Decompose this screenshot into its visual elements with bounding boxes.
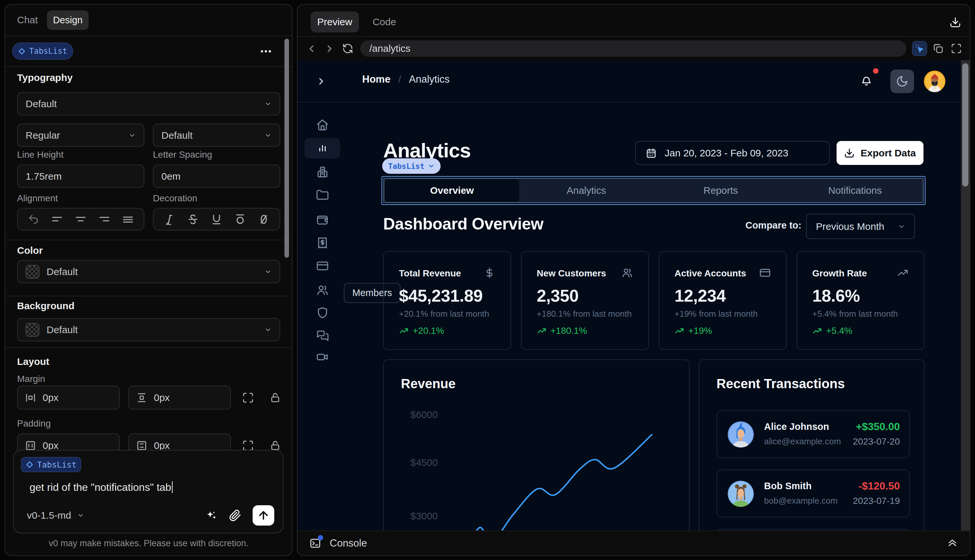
sidebar-item-receipt[interactable] xyxy=(304,233,340,253)
tab-design[interactable]: Design xyxy=(47,10,88,30)
color-select[interactable]: Default xyxy=(17,260,280,283)
letter-spacing-input[interactable]: 0em xyxy=(153,165,280,188)
padding-x-icon xyxy=(25,440,36,451)
tab-chat[interactable]: Chat xyxy=(17,15,38,25)
wallet-icon xyxy=(316,213,329,226)
panel-scrollbar[interactable] xyxy=(284,39,289,258)
line-height-input[interactable]: 1.75rem xyxy=(17,165,144,188)
stat-card: Total Revenue$45,231.89+20.1% from last … xyxy=(383,251,511,350)
sidebar-item-home[interactable] xyxy=(304,115,340,135)
design-select-tool[interactable] xyxy=(912,41,927,56)
send-button[interactable] xyxy=(253,505,274,525)
dashboard-tabs: Overview Analytics Reports Notifications xyxy=(383,178,924,203)
sparkles-icon[interactable] xyxy=(205,509,218,522)
sidebar-item-shield[interactable] xyxy=(304,303,340,323)
transaction-row[interactable]: Bob Smith bob@example.com -$120.50 2023-… xyxy=(716,470,910,517)
sidebar-item-video[interactable] xyxy=(304,347,340,367)
align-justify-icon[interactable] xyxy=(122,213,134,225)
composer-component-chip[interactable]: TabsList xyxy=(21,457,81,472)
chat-composer[interactable]: TabsList get rid of the "notifications" … xyxy=(13,450,284,533)
chevron-down-icon xyxy=(428,163,435,170)
sidebar-item-folder[interactable] xyxy=(304,185,340,205)
underline-icon[interactable] xyxy=(210,213,222,225)
copy-button[interactable] xyxy=(931,41,946,56)
user-avatar[interactable] xyxy=(924,70,945,92)
console-bar[interactable]: Console xyxy=(297,530,970,555)
align-center-icon[interactable] xyxy=(75,213,87,225)
video-icon xyxy=(316,350,329,363)
margin-y-input[interactable]: 0px xyxy=(128,385,231,410)
tab-analytics[interactable]: Analytics xyxy=(519,179,654,202)
preview-scrollbar[interactable] xyxy=(961,60,970,532)
back-button[interactable] xyxy=(302,43,321,54)
app-topbar: Home / Analytics xyxy=(297,60,970,103)
align-right-icon[interactable] xyxy=(99,213,110,225)
breadcrumb-home[interactable]: Home xyxy=(362,73,391,85)
stat-trend: +20.1% xyxy=(413,325,444,336)
refresh-button[interactable] xyxy=(339,43,357,54)
preview-scrollbar-thumb[interactable] xyxy=(962,63,968,187)
tab-reports[interactable]: Reports xyxy=(653,179,788,202)
font-size-select[interactable]: Default xyxy=(153,123,280,147)
messages-icon xyxy=(316,329,329,342)
tab-preview[interactable]: Preview xyxy=(311,12,359,32)
strikethrough-icon[interactable] xyxy=(187,213,199,225)
background-select[interactable]: Default xyxy=(17,318,280,341)
console-expand-button[interactable] xyxy=(947,538,958,549)
forward-button[interactable] xyxy=(321,43,339,54)
chevron-right-icon xyxy=(324,43,335,54)
tab-code[interactable]: Code xyxy=(373,17,396,28)
compare-select[interactable]: Previous Month xyxy=(806,214,915,239)
letter-spacing-label: Letter Spacing xyxy=(153,150,280,160)
paperclip-icon[interactable] xyxy=(229,509,242,522)
tab-notifications[interactable]: Notifications xyxy=(788,179,923,202)
layout-heading: Layout xyxy=(17,356,280,367)
selection-label[interactable]: TabsList xyxy=(382,158,441,174)
margin-x-icon xyxy=(25,392,36,403)
browser-toolbar: /analytics xyxy=(297,37,970,60)
trending-up-icon xyxy=(399,326,409,336)
theme-toggle[interactable] xyxy=(890,70,914,93)
more-options-button[interactable] xyxy=(261,50,271,52)
users-icon xyxy=(621,267,633,279)
stat-subtext: +180.1% from last month xyxy=(537,309,633,319)
no-decoration-icon[interactable] xyxy=(258,213,270,225)
font-weight-select[interactable]: Regular xyxy=(17,123,144,147)
transaction-row[interactable]: Alice Johnson alice@example.com +$350.00… xyxy=(716,410,910,458)
selected-component-badge[interactable]: TabsList xyxy=(12,43,73,60)
undo-icon[interactable] xyxy=(28,213,39,225)
shield-icon xyxy=(316,306,329,319)
sidebar-item-bar-chart[interactable] xyxy=(304,138,340,158)
sidebar-expand-button[interactable] xyxy=(316,76,326,87)
building-icon xyxy=(316,165,329,179)
download-button[interactable] xyxy=(949,17,961,28)
sidebar-item-messages[interactable] xyxy=(304,325,340,346)
chevron-down-icon xyxy=(129,132,136,139)
export-data-button[interactable]: Export Data xyxy=(836,141,923,165)
sidebar-item-credit-card[interactable] xyxy=(304,256,340,276)
margin-expand-button[interactable] xyxy=(242,390,254,405)
fullscreen-button[interactable] xyxy=(949,41,964,56)
notifications-button[interactable] xyxy=(860,75,872,88)
corners-icon xyxy=(242,392,254,403)
stat-card: New Customers2,350+180.1% from last mont… xyxy=(521,251,649,350)
margin-x-input[interactable]: 0px xyxy=(17,385,120,410)
date-range-button[interactable]: Jan 20, 2023 - Feb 09, 2023 xyxy=(635,141,830,165)
italic-icon[interactable] xyxy=(164,213,175,225)
sidebar-item-users[interactable] xyxy=(304,280,340,300)
tab-overview[interactable]: Overview xyxy=(385,179,519,202)
transaction-date: 2023-07-20 xyxy=(853,437,900,447)
overline-icon[interactable] xyxy=(234,213,246,225)
margin-lock-button[interactable] xyxy=(270,390,281,405)
avatar-image-bob xyxy=(728,481,754,507)
sidebar-item-building[interactable] xyxy=(304,162,340,182)
font-select[interactable]: Default xyxy=(17,92,280,115)
sidebar-item-wallet[interactable] xyxy=(304,210,340,230)
model-select[interactable]: v0-1.5-md xyxy=(27,510,84,521)
arrow-up-icon xyxy=(257,509,270,522)
app-preview: Home / Analytics xyxy=(297,60,970,532)
padding-y-icon xyxy=(136,440,147,451)
composer-input[interactable]: get rid of the "notifications" tab xyxy=(30,481,275,493)
align-left-icon[interactable] xyxy=(51,213,63,225)
url-input[interactable]: /analytics xyxy=(360,40,907,57)
